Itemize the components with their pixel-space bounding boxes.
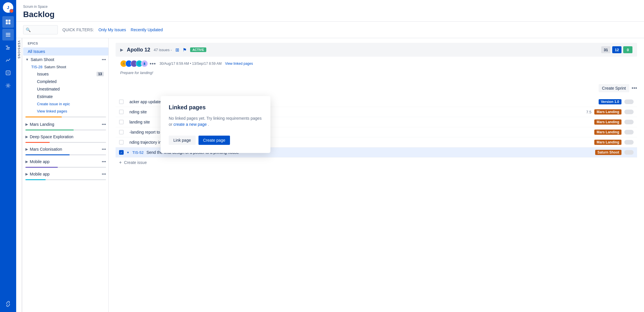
mars-colonisation-more[interactable]: ••• [102, 147, 106, 152]
create-issue-in-epic-link[interactable]: Create issue in epic [29, 100, 108, 108]
mobile-app-1-header[interactable]: ▶ Mobile app ••• [23, 158, 108, 166]
issue-tag-2[interactable]: Mars Landing [594, 109, 621, 115]
issues-label: Issues [37, 72, 49, 76]
roadmap-icon[interactable] [2, 42, 14, 53]
icon-nav: J [0, 0, 16, 312]
issue-key-6: TIS-52 [132, 150, 144, 155]
svg-rect-10 [6, 71, 10, 75]
create-issue-label: Create issue [124, 160, 147, 165]
issue-tag-3[interactable]: Mars Landing [594, 119, 621, 125]
mobile-app-2-more[interactable]: ••• [102, 172, 106, 176]
link-icon[interactable] [2, 298, 14, 310]
issue-number-2: 7.5 [586, 110, 591, 114]
epic-stats: 31 12 0 [601, 46, 632, 53]
svg-rect-6 [6, 36, 10, 36]
issue-toggle-2[interactable] [624, 110, 634, 114]
reports-icon[interactable] [2, 54, 14, 66]
tis-28-key: TIS-28 [31, 65, 42, 69]
issue-tag-1[interactable]: Version 1.0 [599, 99, 621, 104]
settings-icon[interactable] [2, 80, 14, 91]
stat-badge-31: 31 [601, 46, 610, 53]
expand-icon-6[interactable]: ▼ [127, 151, 129, 154]
svg-rect-8 [7, 47, 10, 48]
view-linked-pages-link[interactable]: View linked pages [29, 108, 108, 115]
issue-checkbox-5[interactable] [119, 140, 124, 145]
apollo-12-title: Apollo 12 [127, 47, 150, 53]
linked-pages-popup: Linked pages No linked pages yet. Try li… [161, 96, 270, 153]
issues-badge: 13 [96, 72, 104, 76]
sprint-more-btn[interactable]: ••• [632, 85, 637, 91]
issues-icon[interactable] [2, 67, 14, 79]
create-page-button[interactable]: Create page [198, 136, 230, 145]
search-box[interactable]: 🔍 [23, 25, 58, 34]
saturn-shoot-more[interactable]: ••• [102, 57, 106, 62]
filter-bar: 🔍 QUICK FILTERS: Only My Issues Recently… [16, 22, 644, 38]
epics-header: EPICS [23, 38, 108, 47]
svg-rect-1 [8, 20, 10, 22]
issue-tag-6[interactable]: Saturn Shoot [595, 150, 621, 155]
mars-landing-name: Mars Landing [30, 122, 54, 127]
apollo-12-expand-icon[interactable]: ▶ [120, 47, 123, 52]
assignee-avatars: A B C D 👤 [120, 60, 146, 67]
issues-sub-item[interactable]: Issues 13 [29, 70, 108, 78]
meta-dates: 30/Aug/17 8:59 AM • 13/Sep/17 8:59 AM [159, 62, 222, 66]
avatar-5: 👤 [141, 60, 148, 67]
issue-toggle-1[interactable] [624, 99, 634, 104]
popup-body: No linked pages yet. Try linking require… [169, 115, 262, 128]
svg-rect-9 [6, 49, 10, 49]
flag-icon[interactable]: ⚑ [183, 47, 187, 53]
only-my-issues-filter[interactable]: Only My Issues [99, 27, 126, 32]
recently-updated-filter[interactable]: Recently Updated [131, 27, 163, 32]
issue-checkbox-4[interactable] [119, 130, 124, 134]
view-linked-pages-btn[interactable]: View linked pages [225, 62, 253, 66]
issue-toggle-4[interactable] [624, 130, 634, 134]
link-page-button[interactable]: Link page [169, 136, 196, 145]
estimate-label: Estimate [37, 94, 53, 99]
issue-tag-4[interactable]: Mars Landing [594, 130, 621, 135]
stat-badge-12: 12 [612, 46, 621, 53]
completed-sub-item[interactable]: Completed [29, 78, 108, 85]
issue-checkbox-2[interactable] [119, 110, 124, 114]
issue-toggle-5[interactable] [624, 140, 634, 145]
all-issues-item[interactable]: All Issues [23, 47, 108, 56]
search-icon: 🔍 [26, 27, 31, 32]
chevron-right-icon-4: ▶ [25, 160, 28, 164]
chevron-right-icon: ▶ [25, 122, 28, 126]
create-sprint-button[interactable]: Create Sprint [599, 84, 629, 92]
issue-tag-5[interactable]: Mars Landing [594, 140, 621, 145]
app-logo[interactable]: J [3, 2, 13, 13]
body-area: VERSIONS EPICS All Issues ▼ Saturn Shoot… [16, 38, 644, 312]
quick-filters-label: QUICK FILTERS: [62, 27, 94, 32]
mobile-app-2-name: Mobile app [30, 172, 50, 176]
apollo-12-header-row: ▶ Apollo 12 47 issues - ⊞ ⚑ ACTIVE 31 [116, 43, 637, 57]
issue-checkbox-6[interactable]: ✓ [119, 150, 124, 155]
popup-title: Linked pages [169, 104, 262, 111]
deep-space-header[interactable]: ▶ Deep Space Exploration [23, 133, 108, 141]
tis-28-link[interactable]: TIS-28 Saturn Shoot [29, 64, 108, 70]
issue-checkbox-1[interactable] [119, 99, 124, 104]
unestimated-sub-item[interactable]: Unestimated [29, 85, 108, 93]
content-area: ▶ Apollo 12 47 issues - ⊞ ⚑ ACTIVE 31 [109, 38, 644, 312]
active-status-badge: ACTIVE [190, 47, 206, 52]
mobile-app-1-more[interactable]: ••• [102, 159, 106, 164]
meta-more-btn[interactable]: ••• [150, 61, 156, 67]
issue-checkbox-3[interactable] [119, 120, 124, 124]
completed-label: Completed [37, 79, 57, 84]
mars-landing-header[interactable]: ▶ Mars Landing ••• [23, 120, 108, 128]
issue-toggle-3[interactable] [624, 120, 634, 124]
mars-landing-more[interactable]: ••• [102, 122, 106, 127]
saturn-shoot-header[interactable]: ▼ Saturn Shoot ••• [23, 56, 108, 64]
mars-colonisation-header[interactable]: ▶ Mars Colonisation ••• [23, 145, 108, 153]
mobile-app-2-header[interactable]: ▶ Mobile app ••• [23, 170, 108, 178]
create-issue-row[interactable]: + Create issue [116, 158, 637, 167]
estimate-sub-item[interactable]: Estimate [29, 93, 108, 100]
create-new-page-link[interactable]: create a new page [173, 122, 207, 127]
board-icon[interactable] [2, 16, 14, 28]
backlog-icon[interactable] [2, 29, 14, 40]
deep-space-name: Deep Space Exploration [30, 134, 73, 139]
popup-body-suffix: . [208, 122, 209, 127]
issue-toggle-6[interactable] [624, 150, 634, 155]
board-view-icon[interactable]: ⊞ [175, 47, 179, 53]
breadcrumb: Scrum in Space [23, 5, 637, 9]
page-title: Backlog [23, 10, 637, 19]
